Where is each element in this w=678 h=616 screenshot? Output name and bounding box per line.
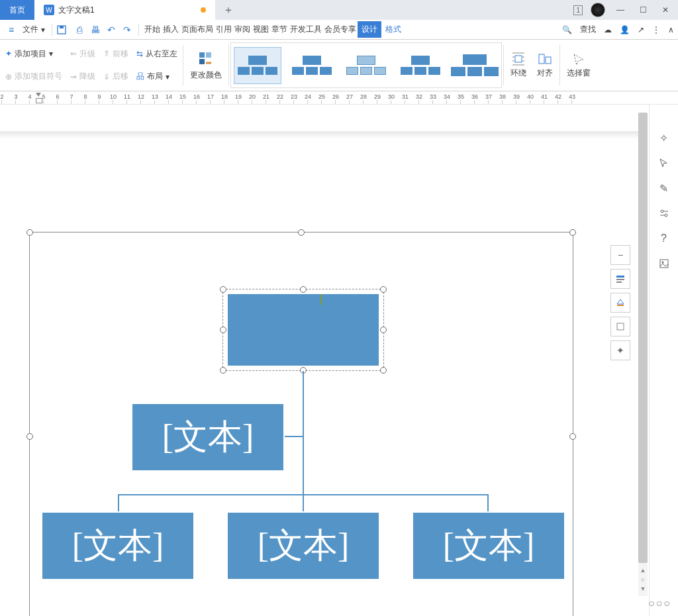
tab-references[interactable]: 引用 [215, 21, 233, 38]
more-icon[interactable]: ⋮ [652, 25, 660, 34]
wrap-button[interactable]: 环绕 [505, 42, 532, 88]
sidebar-toolbox-icon[interactable]: ✧ [657, 131, 671, 144]
sidebar-select-icon[interactable] [657, 156, 671, 170]
style-option-4[interactable] [397, 47, 444, 84]
tab-insert[interactable]: 插入 [162, 21, 180, 38]
ctx-layout-button[interactable] [610, 269, 630, 289]
tab-start[interactable]: 开始 [143, 21, 162, 38]
style-option-5[interactable] [451, 47, 499, 84]
smartart-root-node[interactable] [222, 289, 384, 371]
smartart-child-node-1[interactable]: [文本] [41, 511, 195, 580]
shape-handle[interactable] [220, 286, 226, 293]
vertical-scrollbar[interactable]: ▲ ○ ▼ [638, 113, 648, 596]
scroll-down-icon[interactable]: ▼ [638, 586, 648, 592]
svg-rect-8 [616, 276, 624, 278]
cloud-icon[interactable]: ☁ [604, 25, 612, 34]
share-user-icon[interactable]: 👤 [620, 25, 630, 34]
tab-page-layout[interactable]: 页面布局 [180, 21, 215, 38]
root-node-fill [227, 293, 379, 366]
svg-rect-1 [60, 26, 64, 28]
svg-rect-15 [660, 260, 668, 268]
svg-rect-4 [199, 59, 205, 64]
selection-pane-button[interactable]: 选择窗 [561, 42, 596, 88]
sidebar-pen-icon[interactable]: ✎ [657, 181, 671, 195]
redo-icon[interactable]: ↷ [120, 25, 134, 35]
rtl-button[interactable]: 从右至左 [146, 48, 177, 60]
sidebar-help-icon[interactable]: ? [657, 232, 671, 245]
move-up-icon: ⇑ [103, 49, 110, 58]
svg-rect-11 [617, 305, 624, 306]
tab-developer[interactable]: 开发工具 [289, 21, 323, 38]
tab-design[interactable]: 设计 [358, 21, 381, 38]
tab-format[interactable]: 格式 [381, 21, 405, 38]
minimize-button[interactable]: — [613, 5, 628, 15]
word-doc-icon: W [44, 5, 54, 15]
more-options-icon[interactable]: ○○○ [648, 597, 671, 609]
collapse-ribbon-icon[interactable]: ∧ [668, 25, 674, 34]
scroll-up-icon[interactable]: ▲ [638, 567, 648, 574]
svg-rect-6 [539, 54, 544, 64]
tab-home[interactable]: 首页 [0, 0, 34, 20]
connector-line [303, 494, 304, 511]
resize-handle-tl[interactable] [26, 229, 33, 236]
layout-button[interactable]: 布局 [147, 71, 163, 82]
change-color-button[interactable]: 更改颜色 [185, 42, 227, 88]
print-icon[interactable]: 🖶 [88, 25, 103, 35]
smartart-style-gallery[interactable] [230, 42, 502, 88]
undo-icon[interactable]: ↶ [104, 25, 119, 35]
new-tab-button[interactable]: ＋ [215, 0, 242, 20]
shape-handle[interactable] [380, 367, 387, 374]
horizontal-ruler[interactable]: 2345678910111213141516171819202122232425… [0, 91, 678, 105]
right-sidebar: ✧ ✎ ? [649, 105, 678, 616]
add-item-button[interactable]: 添加项目 [15, 48, 46, 60]
svg-rect-12 [617, 323, 624, 330]
style-option-3[interactable] [342, 47, 390, 84]
scroll-position-icon[interactable]: ○ [638, 576, 648, 583]
print-preview-icon[interactable]: ⎙ [72, 25, 87, 35]
dropdown-icon[interactable]: ▾ [49, 49, 53, 58]
shape-handle[interactable] [380, 286, 387, 293]
maximize-button[interactable]: ☐ [636, 5, 650, 15]
smartart-child-node-3[interactable]: [文本] [412, 511, 565, 580]
resize-handle-tr[interactable] [569, 229, 576, 236]
window-count-badge[interactable]: 1 [573, 5, 583, 15]
ctx-collapse-button[interactable]: − [610, 245, 630, 265]
search-button[interactable]: 查找 [580, 24, 596, 35]
share-icon[interactable]: ↗ [638, 25, 644, 34]
shape-handle[interactable] [220, 367, 226, 374]
shape-handle[interactable] [380, 327, 387, 333]
resize-handle-ml[interactable] [26, 433, 33, 440]
dropdown-icon[interactable]: ▾ [166, 72, 170, 81]
style-option-2[interactable] [288, 47, 336, 84]
smartart-assistant-node[interactable]: [文本] [131, 403, 285, 472]
user-avatar[interactable] [591, 3, 605, 17]
tab-member[interactable]: 会员专享 [323, 21, 358, 38]
svg-rect-3 [206, 52, 211, 58]
ctx-fill-button[interactable] [610, 293, 630, 313]
tab-document-label: 文字文稿1 [58, 5, 95, 16]
connector-line [285, 436, 303, 437]
shape-handle[interactable] [220, 327, 226, 333]
tab-view[interactable]: 视图 [252, 21, 270, 38]
connector-line [487, 494, 489, 511]
ctx-effects-button[interactable]: ✦ [610, 340, 630, 360]
style-option-1[interactable] [234, 47, 281, 84]
tab-sections[interactable]: 章节 [270, 21, 289, 38]
resize-handle-mr[interactable] [569, 433, 576, 440]
tab-review[interactable]: 审阅 [233, 21, 252, 38]
sidebar-image-icon[interactable] [657, 257, 671, 270]
align-button[interactable]: 对齐 [532, 42, 558, 88]
sidebar-settings-icon[interactable] [657, 207, 671, 220]
tab-document[interactable]: W 文字文稿1 [34, 0, 215, 20]
ctx-outline-button[interactable] [610, 317, 630, 336]
smartart-child-node-2[interactable]: [文本] [226, 511, 380, 580]
close-button[interactable]: ✕ [658, 5, 673, 15]
align-label: 对齐 [537, 68, 553, 79]
scrollbar-thumb[interactable] [638, 113, 648, 563]
hamburger-icon[interactable]: ≡ [4, 25, 19, 35]
shape-handle[interactable] [300, 286, 307, 293]
save-icon[interactable] [56, 25, 71, 35]
move-forward-button: 前移 [113, 48, 128, 60]
file-menu[interactable]: 文件▾ [20, 23, 48, 36]
resize-handle-tm[interactable] [298, 229, 305, 236]
